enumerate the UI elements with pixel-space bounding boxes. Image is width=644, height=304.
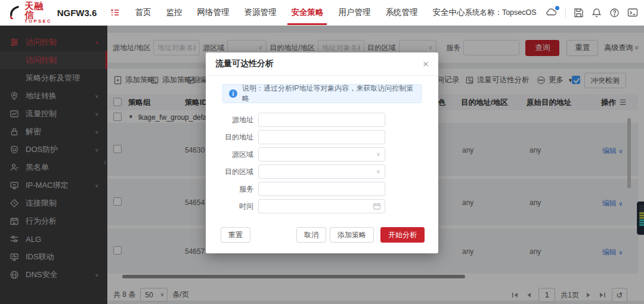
modal-title: 流量可达性分析 (215, 58, 274, 69)
service-input[interactable] (259, 182, 385, 196)
traffic-analysis-modal: 流量可达性分析 × i 说明：通过分析IP地址等对象内容，来获取访问控制策略 源… (206, 52, 438, 253)
modal-reset-button[interactable]: 重置 (221, 227, 250, 243)
chevron-down-icon: ∨ (376, 151, 380, 157)
info-banner: i 说明：通过分析IP地址等对象内容，来获取访问控制策略 (222, 84, 422, 103)
modal-add-policy-button[interactable]: 添加策略 (330, 227, 374, 243)
notification-bell-icon[interactable] (592, 8, 602, 18)
menu-system[interactable]: 系统管理 (385, 0, 417, 25)
dst-zone-select[interactable]: ∨ (258, 165, 385, 179)
service-field (258, 182, 385, 196)
dst-addr-input[interactable] (259, 131, 385, 144)
src-addr-field (258, 113, 385, 127)
menu-monitor[interactable]: 监控 (166, 0, 182, 25)
cloud-status-icon[interactable] (544, 7, 558, 18)
modal-footer: 重置 取消 添加策略 开始分析 (206, 227, 438, 253)
close-icon[interactable]: × (423, 59, 429, 69)
dst-addr-label: 目的地址 (206, 132, 258, 142)
policy-list-icon[interactable] (110, 7, 120, 18)
logo-cn: 天融信 (24, 1, 52, 19)
info-text: 说明：通过分析IP地址等对象内容，来获取访问控制策略 (242, 83, 415, 104)
app-root: 天融信 TOPSEC NGFW3.6 首页 监控 网络管理 资源管理 安全策略 … (0, 0, 644, 304)
src-zone-select[interactable]: ∨ (258, 147, 385, 162)
top-navbar: 天融信 TOPSEC NGFW3.6 首页 监控 网络管理 资源管理 安全策略 … (0, 0, 644, 26)
modal-cancel-button[interactable]: 取消 (296, 227, 326, 243)
dst-zone-label: 目的区域 (206, 167, 258, 177)
calendar-icon (373, 202, 381, 210)
modal-start-analysis-button[interactable]: 开始分析 (380, 227, 425, 243)
chevron-down-icon: ∨ (376, 168, 380, 175)
modal-form: 源地址 目的地址 源区域 ∨ 目的区域 ∨ 服务 (206, 113, 438, 213)
service-label: 服务 (206, 184, 258, 194)
terminal-icon[interactable] (627, 8, 638, 17)
main-menu: 首页 监控 网络管理 资源管理 安全策略 用户管理 系统管理 安全中心 (135, 0, 465, 25)
menu-security-policy[interactable]: 安全策略 (291, 0, 323, 25)
src-addr-input[interactable] (259, 113, 385, 126)
menu-user[interactable]: 用户管理 (338, 0, 370, 25)
time-field[interactable] (258, 199, 385, 213)
modal-header: 流量可达性分析 × (206, 52, 438, 76)
info-icon: i (229, 89, 237, 98)
menu-home[interactable]: 首页 (135, 0, 151, 25)
topsec-logo: 天融信 TOPSEC (0, 1, 52, 24)
help-icon[interactable] (609, 8, 620, 18)
logo-swoosh-icon (7, 5, 22, 20)
product-name: NGFW3.6 (57, 8, 97, 18)
navbar-right: 系统名称：TopsecOS (465, 5, 644, 20)
src-addr-label: 源地址 (206, 115, 258, 125)
dst-addr-field (258, 130, 385, 144)
menu-security-center[interactable]: 安全中心 (432, 0, 465, 25)
time-label: 时间 (206, 201, 258, 212)
save-icon[interactable] (574, 8, 584, 18)
divider (565, 7, 566, 18)
menu-network[interactable]: 网络管理 (197, 0, 229, 25)
logo-en: TOPSEC (24, 19, 52, 24)
src-zone-label: 源区域 (206, 150, 258, 160)
menu-resource[interactable]: 资源管理 (244, 0, 276, 25)
system-name-label: 系统名称：TopsecOS (465, 8, 536, 18)
